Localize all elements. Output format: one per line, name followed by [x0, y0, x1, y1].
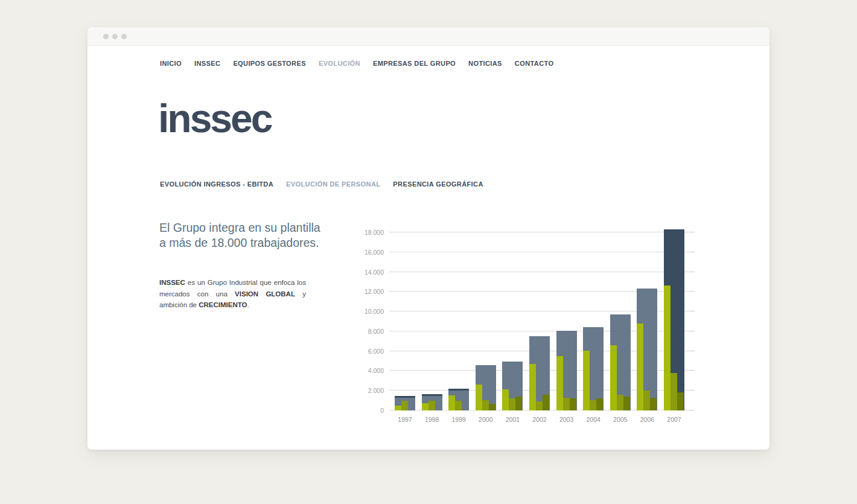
bar-green-light: [395, 406, 401, 410]
bar-green-light: [529, 364, 536, 410]
y-tick-label: 16.000: [365, 249, 384, 256]
x-tick-label: 2006: [637, 416, 657, 423]
gridline: [389, 272, 690, 272]
subnav-item-evoluci-n-de-personal[interactable]: EVOLUCIÓN DE PERSONAL: [286, 180, 380, 188]
browser-window: INICIOINSSECEQUIPOS GESTORESEVOLUCIÓNEMP…: [88, 27, 769, 450]
intro-text-bold: CRECIMIENTO: [199, 301, 247, 308]
x-tick-label: 2000: [476, 416, 496, 423]
bar-green-mid: [509, 398, 515, 410]
nav-item-inicio[interactable]: INICIO: [160, 60, 182, 67]
bar-green-dark: [543, 395, 549, 410]
x-tick-label: 2004: [583, 416, 604, 423]
y-tick-label: 6.000: [368, 348, 384, 355]
nav-item-inssec[interactable]: INSSEC: [194, 60, 220, 67]
bar-green-dark: [515, 397, 522, 410]
nav-item-equipos-gestores[interactable]: EQUIPOS GESTORES: [233, 60, 306, 67]
bar-green-light: [556, 356, 563, 410]
nav-item-contacto[interactable]: CONTACTO: [515, 60, 554, 67]
bar-green-dark: [570, 398, 576, 410]
axis-tick: [690, 331, 695, 331]
intro-heading: El Grupo integra en su plantilla a más d…: [159, 220, 340, 250]
main-nav: INICIOINSSECEQUIPOS GESTORESEVOLUCIÓNEMP…: [160, 60, 553, 67]
bar-green-mid: [455, 401, 462, 410]
axis-tick: [690, 410, 695, 410]
intro-text-segment: .: [247, 301, 249, 308]
bar-green-dark: [596, 398, 603, 410]
x-tick-label: 2007: [664, 416, 684, 423]
y-tick-label: 12.000: [365, 288, 384, 295]
axis-tick: [690, 291, 695, 292]
bar-green-light: [448, 395, 455, 410]
y-tick-label: 14.000: [365, 269, 384, 276]
bar-green-light: [664, 285, 671, 410]
subnav-item-presencia-geogr-fica[interactable]: PRESENCIA GEOGRÁFICA: [393, 180, 483, 188]
y-tick-label: 0: [380, 407, 384, 414]
axis-tick: [690, 311, 695, 311]
nav-item-noticias[interactable]: NOTICIAS: [468, 60, 502, 67]
bar-green-light: [502, 389, 509, 410]
y-tick-label: 18.000: [365, 229, 384, 236]
x-tick-label: 2001: [502, 416, 523, 423]
bar-green-mid: [563, 398, 570, 410]
axis-tick: [690, 370, 695, 371]
x-tick-label: 1998: [422, 416, 442, 423]
y-tick-label: 2.000: [368, 387, 384, 394]
window-titlebar: [88, 27, 769, 46]
y-tick-label: 4.000: [368, 367, 384, 374]
window-control-dot: [112, 34, 118, 39]
axis-tick: [690, 390, 695, 391]
employees-bar-chart: 02.0004.0006.0008.00010.00012.00014.0001…: [389, 232, 690, 410]
logo[interactable]: inssec: [158, 98, 271, 138]
bar-green-light: [422, 403, 428, 410]
axis-tick: [690, 252, 695, 252]
x-tick-label: 2005: [610, 416, 631, 423]
window-control-dot: [103, 34, 109, 39]
axis-tick: [690, 272, 695, 272]
axis-tick: [690, 351, 695, 351]
bar-green-mid: [590, 400, 596, 410]
gridline: [389, 252, 690, 252]
sub-nav: EVOLUCIÓN INGRESOS - EBITDAEVOLUCIÓN DE …: [160, 180, 483, 188]
bar-green-mid: [671, 373, 677, 410]
x-tick-label: 2002: [529, 416, 550, 423]
window-control-dot: [121, 34, 127, 39]
bar-green-dark: [623, 397, 630, 410]
nav-item-evoluci-n[interactable]: EVOLUCIÓN: [319, 60, 360, 67]
bar-green-light: [583, 351, 590, 410]
intro-text-bold: INSSEC: [159, 279, 185, 286]
page-background: INICIOINSSECEQUIPOS GESTORESEVOLUCIÓNEMP…: [0, 0, 857, 504]
bar-green-light: [610, 345, 617, 410]
bar-green-mid: [428, 401, 435, 410]
bar-green-light: [637, 324, 643, 410]
gridline: [389, 232, 690, 232]
bar-green-mid: [643, 391, 650, 410]
axis-tick: [690, 232, 695, 232]
y-tick-label: 8.000: [368, 328, 384, 335]
bar-green-mid: [482, 400, 489, 410]
bar-green-dark: [489, 404, 495, 410]
x-tick-label: 2003: [556, 416, 577, 423]
intro-paragraph: INSSEC es un Grupo Industrial que enfoca…: [159, 277, 306, 311]
bar-green-mid: [617, 395, 623, 410]
bar-green-mid: [536, 401, 543, 410]
bar-green-dark: [650, 398, 657, 410]
nav-item-empresas-del-grupo[interactable]: EMPRESAS DEL GRUPO: [373, 60, 456, 67]
bar-green-light: [476, 384, 482, 410]
bar-green-mid: [401, 401, 408, 410]
bar-green-dark: [677, 392, 684, 410]
x-tick-label: 1997: [395, 416, 415, 423]
intro-text-bold: VISION GLOBAL: [235, 290, 295, 298]
subnav-item-evoluci-n-ingresos-ebitda[interactable]: EVOLUCIÓN INGRESOS - EBITDA: [160, 180, 273, 188]
x-tick-label: 1999: [448, 416, 469, 423]
y-tick-label: 10.000: [365, 308, 384, 315]
